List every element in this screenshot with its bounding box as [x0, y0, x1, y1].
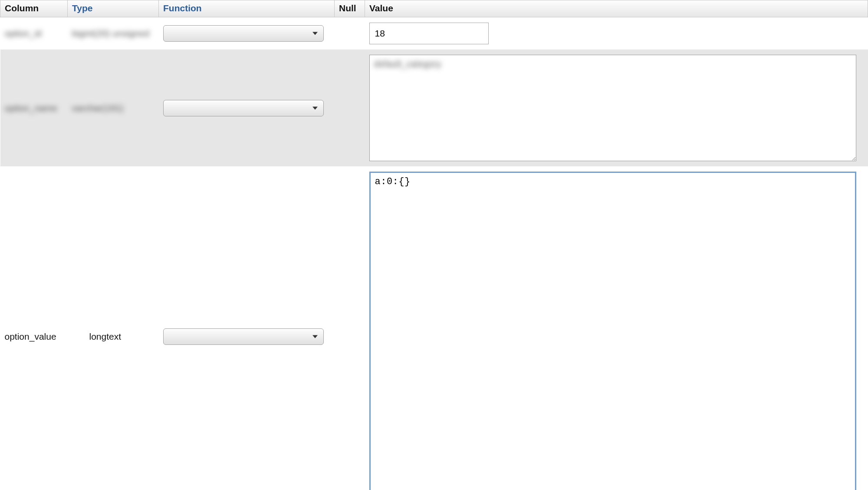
column-name: option_id	[5, 28, 42, 38]
column-name: option_name	[5, 103, 57, 113]
header-type-link[interactable]: Type	[72, 3, 92, 13]
header-column: Column	[0, 0, 68, 17]
function-select-wrap	[163, 25, 324, 42]
function-select-wrap	[163, 100, 324, 116]
function-select[interactable]	[163, 100, 324, 116]
null-cell	[335, 166, 365, 490]
function-select-wrap	[163, 328, 324, 345]
header-row: Column Type Function Null Value	[0, 0, 868, 17]
header-function[interactable]: Function	[159, 0, 335, 17]
function-select[interactable]	[163, 25, 324, 42]
table-row: option_value longtext	[0, 166, 868, 490]
null-cell	[335, 50, 365, 166]
header-null: Null	[335, 0, 365, 17]
table-row: option_id bigint(20) unsigned	[0, 17, 868, 50]
header-type[interactable]: Type	[68, 0, 159, 17]
column-name: option_value	[5, 331, 56, 341]
column-type: varchar(191)	[72, 103, 124, 113]
column-type: bigint(20) unsigned	[72, 28, 150, 38]
value-textarea[interactable]	[369, 172, 856, 490]
value-input[interactable]	[369, 23, 489, 44]
column-type: longtext	[72, 331, 122, 342]
edit-table: Column Type Function Null Value option_i…	[0, 0, 868, 490]
value-textarea[interactable]: <span></span>	[369, 55, 856, 161]
null-cell	[335, 17, 365, 50]
table-row: option_name varchar(191) <span></span>	[0, 50, 868, 166]
header-value: Value	[365, 0, 868, 17]
header-function-link[interactable]: Function	[163, 3, 202, 13]
function-select[interactable]	[163, 328, 324, 345]
